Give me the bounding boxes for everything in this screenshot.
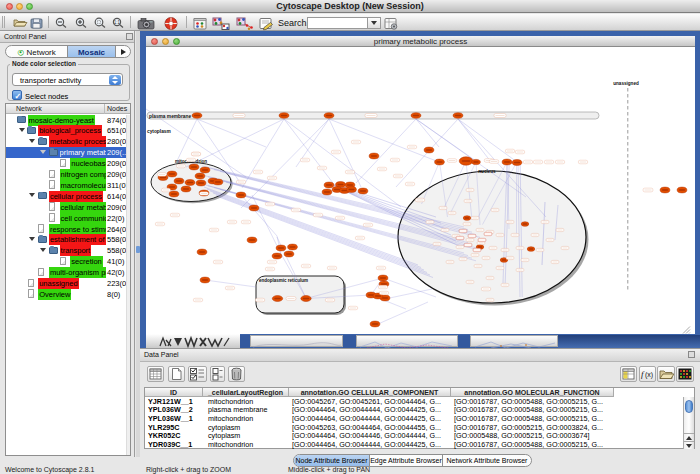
svg-text:1:1: 1:1 [114, 20, 121, 25]
svg-text:unassigned: unassigned [613, 81, 639, 86]
svg-text:endoplasmic reticulum: endoplasmic reticulum [259, 278, 308, 283]
svg-text:plasma membrane: plasma membrane [149, 114, 191, 119]
svg-text:(x): (x) [645, 371, 653, 379]
svg-text:cytoplasm: cytoplasm [147, 129, 171, 134]
